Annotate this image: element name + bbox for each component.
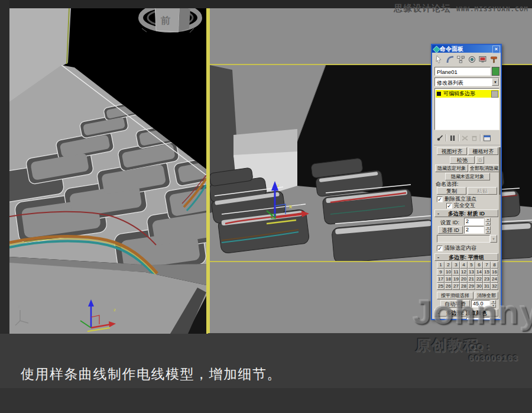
checkbox-check-icon[interactable]: ✓ [446,203,452,209]
view-align-button[interactable]: 视图对齐 [437,147,467,155]
panel-tabs [433,54,499,66]
panel-title-text: 命令面板 [440,45,463,53]
svg-text:z: z [277,183,280,188]
select-arrow-icon [436,56,441,63]
tutorial-caption: 使用样条曲线制作电线模型，增加细节。 [21,365,281,383]
chevron-down-icon[interactable]: ▼ [492,78,499,86]
stack-item-editable-poly[interactable]: 可编辑多边形 [436,90,499,98]
object-color-swatch[interactable] [492,67,499,76]
hide-unselected-button[interactable]: 隐藏未选定对象 [445,173,490,180]
smoothing-group-button[interactable]: 29 [468,283,475,290]
material-name-dropdown[interactable] [437,235,490,243]
smoothing-group-button[interactable]: 30 [475,283,483,290]
utilities-hammer-icon [489,55,498,64]
chevron-down-icon[interactable]: ▼ [490,235,497,243]
smoothing-group-button[interactable]: 10 [445,269,452,276]
smoothing-group-button[interactable]: 4 [460,262,468,269]
tab-motion[interactable] [467,54,477,64]
smoothing-group-button[interactable]: 15 [483,269,491,276]
smoothing-group-button[interactable]: 1 [437,262,445,269]
show-end-result-icon[interactable] [449,134,456,142]
clear-selection-checkbox[interactable]: ✓ 清除选定内容 [437,244,476,252]
select-id-field[interactable]: 2 [464,226,484,234]
active-viewport-border-left [208,8,210,333]
unhide-all-button[interactable]: 全部取消隐藏 [469,164,499,172]
smoothing-group-button[interactable]: 28 [460,283,468,290]
smoothing-group-button[interactable]: 21 [468,276,475,283]
configure-modifier-sets-icon[interactable] [483,134,491,142]
modifier-list-dropdown[interactable]: 修改器列表 [434,78,499,86]
rollout-smoothing-groups[interactable]: - 多边形: 平滑组 [434,253,498,261]
display-monitor-icon [478,55,487,64]
relax-settings-button[interactable]: □ [476,156,484,164]
modify-curve-icon [447,57,453,63]
smoothing-group-button[interactable]: 6 [475,262,483,269]
select-id-button[interactable]: 选择 ID [438,226,463,234]
panel-icon [433,46,440,53]
smoothing-group-button[interactable]: 18 [445,276,452,283]
smoothing-group-button[interactable]: 25 [437,283,445,290]
make-unique-icon[interactable] [461,134,469,142]
set-id-field[interactable]: 2 [464,218,484,225]
watermark-johnnyg: JohnnyG [413,292,532,331]
smoothing-group-button[interactable]: 3 [452,262,460,269]
smoothing-group-button[interactable]: 31 [483,283,491,290]
subobject-level-icon [437,92,441,96]
smoothing-group-button[interactable]: 32 [491,283,498,290]
close-icon[interactable]: × [492,46,500,53]
smoothing-group-button[interactable]: 8 [491,262,498,269]
hierarchy-icon [456,55,465,64]
svg-text:z: z [18,304,20,309]
command-panel[interactable]: 命令面板 × Plane01 修改器列表 ▼ 可编辑多边形 [431,44,502,320]
divider [434,145,500,146]
select-id-spinner[interactable]: ▲▼ [485,226,491,234]
full-interactivity-checkbox[interactable]: ✓ 完全交互 [446,202,475,209]
tab-display[interactable] [478,54,488,64]
smoothing-group-grid: 1234567891011121314151617181920212223242… [437,262,498,290]
tab-create[interactable] [434,54,444,64]
canvas-bottom-strip [0,388,532,413]
smoothing-group-button[interactable]: 5 [468,262,475,269]
pin-stack-icon[interactable] [436,134,444,142]
smoothing-group-button[interactable]: 12 [460,269,468,276]
tab-hierarchy[interactable] [456,54,466,64]
smoothing-group-button[interactable]: 13 [468,269,475,276]
grid-align-button[interactable]: 栅格对齐 [468,147,498,155]
hide-selected-button[interactable]: 隐藏选定对象 [435,164,468,172]
rollout-material-ids[interactable]: - 多边形: 材质 ID [434,209,498,217]
watermark-missyuan: 思缘设计论坛 WWW.MISSYUAN.COM [394,2,528,14]
smoothing-group-button[interactable]: 27 [452,283,460,290]
left-viewport[interactable]: 前 z z [9,8,206,334]
panel-titlebar[interactable]: 命令面板 × [432,45,501,53]
object-name-field[interactable]: Plane01 [434,67,491,76]
front-cube-label: 前 [160,15,170,25]
panel-scrollbar-thumb[interactable] [499,147,501,195]
smoothing-group-button[interactable]: 17 [437,276,445,283]
checkbox-check-icon[interactable]: ✓ [437,196,443,202]
smoothing-group-button[interactable]: 22 [475,276,483,283]
remove-modifier-icon[interactable] [471,134,478,142]
set-id-spinner[interactable]: ▲▼ [485,218,491,225]
smoothing-group-button[interactable]: 16 [491,269,498,276]
stack-item-toggle[interactable] [491,91,498,98]
smoothing-group-button[interactable]: 9 [437,269,445,276]
smoothing-group-button[interactable]: 26 [445,283,452,290]
smoothing-group-button[interactable]: 20 [460,276,468,283]
copy-button[interactable]: 复制 [437,187,466,195]
smoothing-group-button[interactable]: 2 [445,262,452,269]
modifier-stack[interactable]: 可编辑多边形 [434,88,499,130]
tab-utilities[interactable] [489,54,499,64]
smoothing-group-button[interactable]: 23 [483,276,491,283]
canvas-left-strip [0,0,9,334]
relax-button[interactable]: 松弛 [450,156,475,164]
smoothing-group-button[interactable]: 24 [491,276,498,283]
smoothing-group-button[interactable]: 7 [483,262,491,269]
stack-toolbar [434,133,499,143]
smoothing-group-button[interactable]: 14 [475,269,483,276]
svg-text:x: x [289,204,292,209]
smoothing-group-button[interactable]: 11 [452,269,460,276]
smoothing-group-button[interactable]: 19 [452,276,460,283]
tab-modify[interactable] [445,54,455,64]
paste-button[interactable]: 粘贴 [468,187,497,195]
checkbox-check-icon[interactable]: ✓ [437,246,443,251]
